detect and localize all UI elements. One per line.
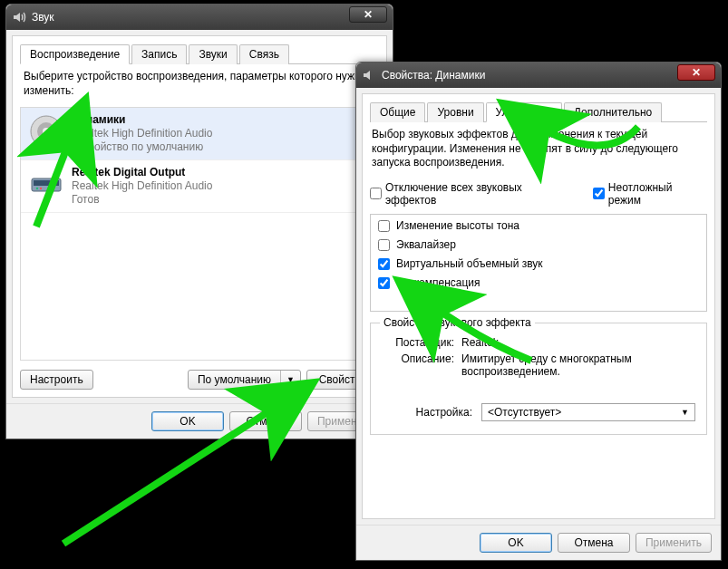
- sound-icon: [12, 10, 26, 24]
- effect-label: Изменение высоты тона: [396, 219, 519, 232]
- set-default-button[interactable]: По умолчанию ▼: [188, 370, 301, 390]
- sound-title: Звук: [32, 11, 54, 24]
- device-item-digital[interactable]: Realtek Digital Output Realtek High Defi…: [21, 160, 378, 213]
- sound-dialog-buttons: OK Отмена Применить: [6, 403, 393, 439]
- svg-point-2: [43, 128, 50, 135]
- device-item-speakers[interactable]: ✓ Динамики Realtek High Definition Audio…: [21, 108, 378, 160]
- vendor-value: Realtek: [461, 336, 695, 349]
- cancel-button[interactable]: Отмена: [558, 533, 630, 553]
- close-button[interactable]: ✕: [349, 6, 387, 23]
- checkbox-input[interactable]: [378, 277, 390, 289]
- device-name: Realtek Digital Output: [72, 166, 212, 179]
- device-driver: Realtek High Definition Audio: [72, 127, 212, 140]
- properties-dialog-buttons: OK Отмена Применить: [356, 525, 721, 560]
- device-buttons: Настроить По умолчанию ▼ Свойства: [20, 370, 379, 390]
- properties-tabs: Общие Уровни Улучшения Дополнительно: [370, 101, 707, 122]
- effect-virtual-surround[interactable]: Виртуальный объемный звук: [374, 255, 703, 274]
- tab-playback[interactable]: Воспроизведение: [20, 44, 130, 64]
- tab-communications[interactable]: Связь: [239, 44, 289, 64]
- description-label: Описание:: [382, 352, 454, 378]
- set-default-label: По умолчанию: [189, 371, 281, 389]
- checkbox-input[interactable]: [378, 258, 390, 270]
- effect-label: Виртуальный объемный звук: [396, 257, 543, 270]
- checkbox-input[interactable]: [378, 220, 390, 232]
- tab-advanced[interactable]: Дополнительно: [564, 102, 662, 122]
- checkbox-label: Неотложный режим: [608, 181, 707, 207]
- apply-button[interactable]: Применить: [636, 533, 712, 553]
- description-value: Имитирует среду с многократным воспроизв…: [461, 352, 695, 378]
- disable-all-effects-checkbox[interactable]: Отключение всех звуковых эффектов: [370, 181, 575, 207]
- properties-client: Общие Уровни Улучшения Дополнительно Выб…: [362, 93, 715, 519]
- svg-point-6: [40, 188, 42, 189]
- properties-titlebar[interactable]: Свойства: Динамики ✕: [356, 63, 721, 88]
- device-driver: Realtek High Definition Audio: [72, 179, 212, 193]
- tab-general[interactable]: Общие: [370, 102, 425, 122]
- effects-list[interactable]: Изменение высоты тона Эквалайзер Виртуал…: [370, 214, 707, 312]
- playback-instruction: Выберите устройство воспроизведения, пар…: [24, 70, 375, 98]
- sound-titlebar[interactable]: Звук ✕: [6, 5, 393, 30]
- ok-button[interactable]: OK: [480, 533, 552, 553]
- device-name: Динамики: [72, 113, 212, 127]
- effect-label: Тонкомпенсация: [396, 276, 480, 289]
- effect-label: Эквалайзер: [396, 238, 456, 251]
- properties-dialog: Свойства: Динамики ✕ Общие Уровни Улучше…: [355, 62, 722, 561]
- configure-button[interactable]: Настроить: [20, 370, 93, 390]
- effect-pitch-shift[interactable]: Изменение высоты тона: [374, 217, 703, 236]
- close-button[interactable]: ✕: [677, 64, 715, 81]
- checkbox-input[interactable]: [378, 239, 390, 251]
- tab-recording[interactable]: Запись: [131, 44, 187, 64]
- svg-rect-4: [34, 180, 59, 186]
- tab-levels[interactable]: Уровни: [427, 102, 483, 122]
- chevron-down-icon[interactable]: ▼: [281, 372, 300, 387]
- speaker-titlebar-icon: [362, 68, 376, 82]
- enhancements-description: Выбор звуковых эффектов для применения к…: [372, 128, 705, 170]
- effect-equalizer[interactable]: Эквалайзер: [374, 236, 703, 255]
- vendor-label: Поставщик:: [382, 336, 454, 349]
- sound-client: Воспроизведение Запись Звуки Связь Выбер…: [12, 35, 387, 398]
- device-list[interactable]: ✓ Динамики Realtek High Definition Audio…: [20, 107, 379, 361]
- svg-point-5: [36, 188, 38, 189]
- effect-loudness[interactable]: Тонкомпенсация: [374, 274, 703, 293]
- checkbox-label: Отключение всех звуковых эффектов: [385, 181, 575, 207]
- properties-title: Свойства: Динамики: [382, 69, 485, 82]
- setting-label: Настройка:: [382, 406, 472, 419]
- immediate-mode-checkbox[interactable]: Неотложный режим: [593, 181, 707, 207]
- ok-button[interactable]: OK: [151, 411, 224, 431]
- group-legend: Свойства звукового эффекта: [380, 316, 535, 329]
- sound-tabs: Воспроизведение Запись Звуки Связь: [20, 43, 379, 64]
- chevron-down-icon: ▼: [681, 408, 689, 417]
- digital-output-icon: [28, 166, 64, 202]
- checkbox-input[interactable]: [370, 188, 382, 199]
- setting-select[interactable]: <Отсутствует> ▼: [481, 403, 695, 421]
- checkbox-input[interactable]: [593, 188, 605, 199]
- sound-dialog: Звук ✕ Воспроизведение Запись Звуки Связ…: [5, 4, 393, 439]
- device-status: Устройство по умолчанию: [72, 140, 212, 154]
- cancel-button[interactable]: Отмена: [229, 411, 302, 431]
- device-status: Готов: [72, 193, 212, 207]
- tab-sounds[interactable]: Звуки: [189, 44, 237, 64]
- setting-value: <Отсутствует>: [488, 406, 561, 419]
- effect-properties-group: Свойства звукового эффекта Поставщик: Re…: [370, 323, 707, 435]
- tab-enhancements[interactable]: Улучшения: [486, 102, 562, 122]
- speaker-icon: ✓: [28, 113, 64, 149]
